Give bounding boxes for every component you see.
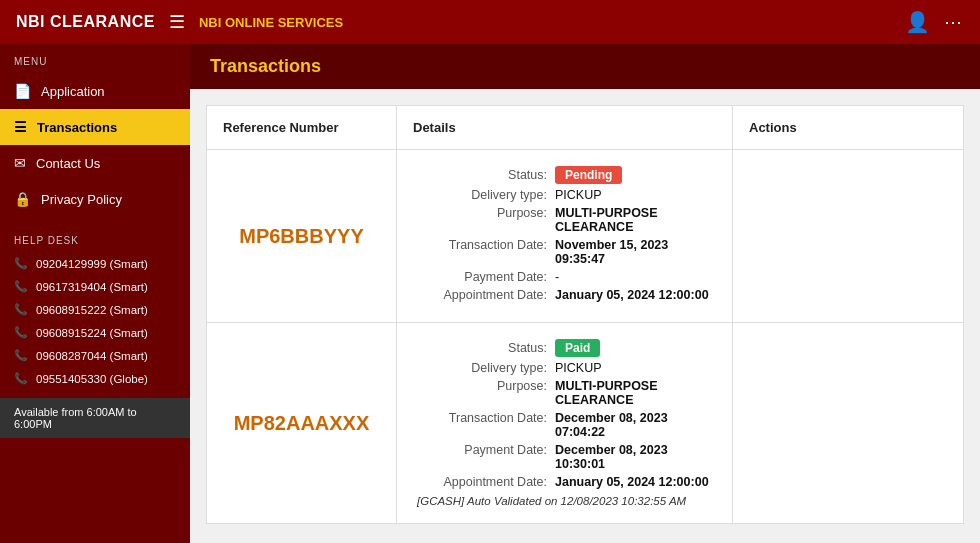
details-cell-2: Status: Paid Delivery type: PICKUP Purpo… [397,323,733,523]
ref-cell-1: MP6BBBYYY [207,150,397,322]
sidebar-item-application-label: Application [41,84,105,99]
status-value-1: Pending [555,166,622,184]
gcash-note: [GCASH] Auto Validated on 12/08/2023 10:… [417,495,712,507]
phone-1: 📞 09204129999 (Smart) [0,252,190,275]
ref-number-1: MP6BBBYYY [239,225,363,248]
apptdate-label-1: Appointment Date: [417,288,547,302]
txdate-line-2: Transaction Date: December 08, 2023 07:0… [417,411,712,439]
sidebar: MENU 📄 Application ☰ Transactions ✉ Cont… [0,44,190,543]
txdate-line-1: Transaction Date: November 15, 2023 09:3… [417,238,712,266]
ref-number-2: MP82AAAXXX [234,412,370,435]
page-title: Transactions [210,56,960,77]
helpdesk-label: HELP DESK [0,221,190,252]
privacy-icon: 🔒 [14,191,31,207]
menu-label: MENU [0,44,190,73]
actions-cell-1 [733,150,963,322]
top-navbar: NBI CLEARANCE ☰ NBI ONLINE SERVICES 👤 ⋯ [0,0,980,44]
paydate-line-1: Payment Date: - [417,270,712,284]
hamburger-icon[interactable]: ☰ [169,11,185,33]
txdate-value-2: December 08, 2023 07:04:22 [555,411,712,439]
txdate-label-2: Transaction Date: [417,411,547,425]
apptdate-line-1: Appointment Date: January 05, 2024 12:00… [417,288,712,302]
sidebar-item-privacy-policy[interactable]: 🔒 Privacy Policy [0,181,190,217]
status-label-2: Status: [417,341,547,355]
delivery-line-2: Delivery type: PICKUP [417,361,712,375]
table-header: Reference Number Details Actions [207,106,963,150]
delivery-value-1: PICKUP [555,188,602,202]
status-badge-1: Pending [555,166,622,184]
status-line-1: Status: Pending [417,166,712,184]
ref-cell-2: MP82AAAXXX [207,323,397,523]
apptdate-label-2: Appointment Date: [417,475,547,489]
purpose-line-1: Purpose: MULTI-PURPOSE CLEARANCE [417,206,712,234]
txdate-label-1: Transaction Date: [417,238,547,252]
phone-4: 📞 09608915224 (Smart) [0,321,190,344]
status-badge-2: Paid [555,339,600,357]
phone-3: 📞 09608915222 (Smart) [0,298,190,321]
transactions-icon: ☰ [14,119,27,135]
transactions-table: Reference Number Details Actions MP6BBBY… [206,105,964,524]
delivery-label-1: Delivery type: [417,188,547,202]
sidebar-item-transactions[interactable]: ☰ Transactions [0,109,190,145]
purpose-line-2: Purpose: MULTI-PURPOSE CLEARANCE [417,379,712,407]
status-line-2: Status: Paid [417,339,712,357]
phone-icon-4: 📞 [14,326,28,339]
col-details: Details [397,106,733,149]
service-label: NBI ONLINE SERVICES [199,15,343,30]
paydate-value-1: - [555,270,559,284]
phone-5: 📞 09608287044 (Smart) [0,344,190,367]
actions-cell-2 [733,323,963,523]
status-value-2: Paid [555,339,600,357]
sidebar-item-contact-label: Contact Us [36,156,100,171]
phone-6: 📞 09551405330 (Globe) [0,367,190,390]
user-icon[interactable]: 👤 [905,10,930,34]
purpose-value-1: MULTI-PURPOSE CLEARANCE [555,206,712,234]
paydate-line-2: Payment Date: December 08, 2023 10:30:01 [417,443,712,471]
paydate-label-2: Payment Date: [417,443,547,457]
main-layout: MENU 📄 Application ☰ Transactions ✉ Cont… [0,44,980,543]
sidebar-item-application[interactable]: 📄 Application [0,73,190,109]
purpose-label-1: Purpose: [417,206,547,220]
apptdate-value-1: January 05, 2024 12:00:00 [555,288,709,302]
main-content: Transactions Reference Number Details Ac… [190,44,980,543]
contact-icon: ✉ [14,155,26,171]
delivery-value-2: PICKUP [555,361,602,375]
purpose-label-2: Purpose: [417,379,547,393]
sidebar-item-transactions-label: Transactions [37,120,117,135]
sidebar-item-contact-us[interactable]: ✉ Contact Us [0,145,190,181]
paydate-value-2: December 08, 2023 10:30:01 [555,443,712,471]
col-actions: Actions [733,106,963,149]
details-cell-1: Status: Pending Delivery type: PICKUP Pu… [397,150,733,322]
page-header: Transactions [190,44,980,89]
available-hours: Available from 6:00AM to 6:00PM [0,398,190,438]
paydate-label-1: Payment Date: [417,270,547,284]
more-options-icon[interactable]: ⋯ [944,11,964,33]
purpose-value-2: MULTI-PURPOSE CLEARANCE [555,379,712,407]
application-icon: 📄 [14,83,31,99]
phone-icon-6: 📞 [14,372,28,385]
delivery-line-1: Delivery type: PICKUP [417,188,712,202]
phone-icon-1: 📞 [14,257,28,270]
sidebar-item-privacy-label: Privacy Policy [41,192,122,207]
status-label-1: Status: [417,168,547,182]
table-row: MP6BBBYYY Status: Pending Delivery type:… [207,150,963,323]
delivery-label-2: Delivery type: [417,361,547,375]
phone-2: 📞 09617319404 (Smart) [0,275,190,298]
phone-icon-5: 📞 [14,349,28,362]
phone-icon-2: 📞 [14,280,28,293]
table-row: MP82AAAXXX Status: Paid Delivery type: P… [207,323,963,523]
brand-title: NBI CLEARANCE [16,13,155,31]
col-reference: Reference Number [207,106,397,149]
txdate-value-1: November 15, 2023 09:35:47 [555,238,712,266]
phone-icon-3: 📞 [14,303,28,316]
apptdate-value-2: January 05, 2024 12:00:00 [555,475,709,489]
apptdate-line-2: Appointment Date: January 05, 2024 12:00… [417,475,712,489]
